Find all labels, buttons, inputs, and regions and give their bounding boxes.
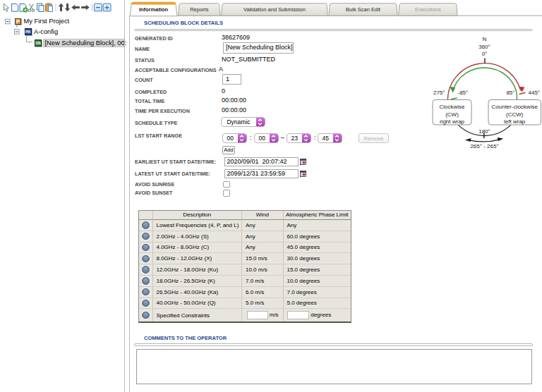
svg-text:-85°: -85°: [458, 90, 469, 96]
svg-text:(CW): (CW): [445, 111, 459, 118]
svg-text:275°: 275°: [433, 90, 445, 96]
svg-text:Bulk Scan Edit: Bulk Scan Edit: [346, 6, 381, 13]
svg-text:Information: Information: [139, 6, 169, 13]
svg-text:85°: 85°: [506, 90, 514, 96]
svg-text:N: N: [483, 36, 487, 42]
svg-text:360°: 360°: [478, 44, 490, 50]
svg-text:(CCW): (CCW): [506, 111, 524, 118]
svg-text:Clockwise: Clockwise: [439, 104, 465, 110]
svg-text:180°: 180°: [478, 128, 490, 135]
svg-text:265° - 265°: 265° - 265°: [470, 143, 498, 149]
svg-text:Executions: Executions: [415, 6, 441, 13]
svg-text:right wrap: right wrap: [440, 118, 465, 125]
svg-text:Reports: Reports: [190, 6, 209, 13]
svg-text:445°: 445°: [529, 90, 541, 96]
svg-text:left wrap: left wrap: [504, 118, 526, 125]
svg-text:Counter-clockwise: Counter-clockwise: [492, 104, 538, 110]
svg-text:0°: 0°: [482, 51, 488, 57]
svg-text:Validation and Submission: Validation and Submission: [243, 6, 306, 13]
